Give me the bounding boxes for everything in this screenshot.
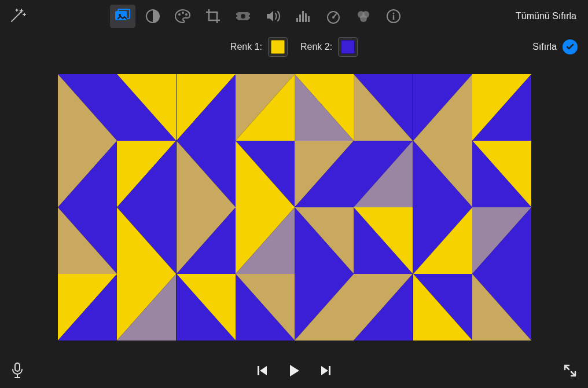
pattern-cell	[117, 74, 176, 141]
expand-icon[interactable]	[563, 363, 578, 378]
pattern-cell	[413, 141, 472, 207]
svg-rect-11	[248, 17, 250, 19]
pattern-cell	[177, 207, 236, 274]
pattern-cell	[117, 141, 176, 207]
pattern-cell	[413, 74, 472, 141]
svg-rect-14	[299, 14, 301, 22]
pattern-cell	[236, 274, 295, 341]
color1-swatch[interactable]	[268, 37, 288, 57]
pattern-cell	[295, 207, 354, 274]
color-match-icon[interactable]	[351, 5, 376, 28]
stabilize-icon[interactable]	[230, 5, 256, 28]
svg-point-12	[241, 14, 245, 19]
play-button[interactable]	[286, 363, 302, 378]
color-balance-icon[interactable]	[140, 5, 166, 28]
volume-icon[interactable]	[260, 5, 286, 28]
svg-point-19	[332, 16, 335, 19]
reset-all-button[interactable]: Tümünü Sıfırla	[516, 11, 580, 21]
magic-wand-icon[interactable]	[8, 8, 31, 25]
image-filter-icon[interactable]	[110, 5, 135, 28]
pattern-cell	[472, 141, 531, 207]
svg-point-5	[182, 12, 184, 14]
svg-rect-16	[305, 13, 307, 22]
pattern-cell	[354, 207, 413, 274]
color1-label: Renk 1:	[230, 42, 262, 52]
pattern-cell	[117, 274, 176, 341]
svg-rect-26	[15, 363, 20, 371]
svg-rect-28	[329, 366, 330, 375]
color2-label: Renk 2:	[300, 42, 332, 52]
pattern-cell	[295, 141, 354, 207]
pattern-cell	[354, 274, 413, 341]
apply-check-icon[interactable]	[563, 39, 578, 54]
svg-rect-8	[236, 13, 238, 15]
svg-rect-17	[308, 16, 310, 22]
svg-rect-15	[302, 11, 304, 22]
pattern-cell	[177, 141, 236, 207]
pattern-cell	[58, 207, 117, 274]
equalizer-icon[interactable]	[291, 5, 316, 28]
pattern-cell	[472, 74, 531, 141]
pattern-cell	[177, 274, 236, 341]
pattern-cell	[354, 74, 413, 141]
svg-point-6	[185, 13, 188, 16]
speed-icon[interactable]	[321, 5, 346, 28]
pattern-cell	[58, 141, 117, 207]
preview-viewport	[58, 74, 531, 341]
info-icon[interactable]	[381, 5, 406, 28]
pattern-cell	[58, 274, 117, 341]
pattern-cell	[236, 74, 295, 141]
pattern-cell	[236, 141, 295, 207]
pattern-cell	[413, 207, 472, 274]
pattern-cell	[236, 207, 295, 274]
microphone-icon[interactable]	[10, 362, 24, 379]
pattern-cell	[354, 141, 413, 207]
pattern-cell	[117, 207, 176, 274]
next-button[interactable]	[319, 364, 332, 377]
svg-rect-27	[258, 366, 259, 375]
pattern-cell	[472, 207, 531, 274]
pattern-cell	[295, 274, 354, 341]
pattern-cell	[295, 74, 354, 141]
color2-swatch[interactable]	[338, 37, 358, 57]
svg-rect-25	[393, 15, 394, 20]
crop-icon[interactable]	[200, 5, 226, 28]
palette-icon[interactable]	[170, 5, 196, 28]
svg-rect-9	[236, 17, 238, 19]
pattern-cell	[177, 74, 236, 141]
pattern-cell	[413, 274, 472, 341]
svg-point-24	[393, 13, 395, 14]
svg-point-22	[360, 15, 367, 22]
pattern-cell	[58, 74, 117, 141]
svg-point-4	[178, 13, 181, 16]
svg-rect-13	[296, 18, 298, 22]
previous-button[interactable]	[256, 364, 269, 377]
reset-button[interactable]: Sıfırla	[532, 42, 557, 52]
svg-rect-10	[248, 13, 250, 15]
pattern-cell	[472, 274, 531, 341]
